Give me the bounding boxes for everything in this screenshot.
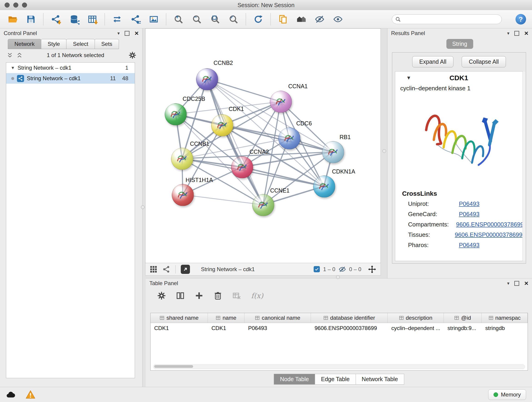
save-session-button[interactable]: [25, 13, 37, 26]
crosslink-value-link[interactable]: P06493: [459, 242, 480, 249]
network-node-hist1h1a[interactable]: [172, 184, 194, 206]
column-header-namespac[interactable]: namespac: [481, 313, 528, 323]
vertical-splitter-handle[interactable]: [382, 149, 386, 153]
tab-network-table[interactable]: Network Table: [355, 374, 404, 385]
hidden-eye-icon[interactable]: [339, 266, 346, 273]
help-button[interactable]: ?: [515, 14, 526, 25]
crosslink-value-link[interactable]: 9606.ENSP00000378699: [455, 231, 522, 238]
tab-node-table[interactable]: Node Table: [274, 374, 315, 385]
column-header-database-identifier[interactable]: database identifier: [311, 313, 388, 323]
collapse-all-icon[interactable]: [7, 52, 13, 58]
vertical-splitter-handle[interactable]: [141, 205, 145, 209]
pan-crosshair-icon[interactable]: [368, 265, 376, 274]
zoom-out-button[interactable]: −: [191, 13, 203, 26]
tab-sets[interactable]: Sets: [95, 39, 119, 49]
export-network-button[interactable]: [129, 13, 142, 26]
network-node-cdkn1a[interactable]: [313, 176, 335, 198]
table-horizontal-scrollbar[interactable]: [153, 364, 525, 369]
show-columns-icon[interactable]: [176, 291, 185, 300]
table-row[interactable]: CDK1CDK1P064939606.ENSP00000378699cyclin…: [151, 323, 528, 333]
zoom-fit-button[interactable]: [209, 13, 221, 26]
network-edge[interactable]: [207, 79, 280, 102]
network-node-ccne1[interactable]: [252, 194, 274, 216]
panel-close-icon[interactable]: ×: [134, 31, 139, 36]
panel-close-icon[interactable]: ×: [524, 281, 528, 286]
crosslink-value-link[interactable]: P06493: [459, 200, 480, 207]
tab-network[interactable]: Network: [8, 39, 41, 49]
search-input[interactable]: [403, 16, 498, 22]
selected-checkbox-icon[interactable]: [314, 266, 320, 272]
protein-description: cyclin–dependent kinase 1: [395, 84, 522, 93]
window-close-button[interactable]: [5, 2, 10, 7]
crosslink-value-link[interactable]: 9606.ENSP00000378699: [456, 221, 523, 228]
zoom-in-button[interactable]: +: [172, 13, 185, 26]
hide-selected-button[interactable]: [313, 13, 326, 26]
refresh-view-button[interactable]: [252, 13, 264, 26]
birds-eye-view-icon[interactable]: [150, 265, 157, 273]
show-all-button[interactable]: [332, 13, 344, 26]
column-header--id[interactable]: @id: [444, 313, 481, 323]
function-builder-icon[interactable]: f(x): [251, 292, 263, 300]
import-table-button[interactable]: [86, 13, 99, 26]
network-row-selected[interactable]: String Network – cdk1 11 48: [6, 73, 135, 84]
network-node-cdc25b[interactable]: [165, 103, 187, 125]
panel-float-icon[interactable]: [514, 31, 519, 36]
crosslink-value-link[interactable]: P06493: [459, 211, 480, 218]
panel-float-icon[interactable]: [125, 31, 129, 36]
results-scrollbar[interactable]: [522, 72, 525, 261]
collapse-caret-icon[interactable]: ▼: [406, 75, 411, 81]
collapse-all-button[interactable]: Collapse All: [462, 56, 506, 67]
node-label-ccne1: CCNE1: [270, 187, 290, 194]
import-network-database-button[interactable]: [68, 13, 80, 26]
undo-redo-icon[interactable]: [111, 13, 123, 26]
panel-menu-icon[interactable]: ▾: [117, 31, 120, 36]
tree-caret-icon[interactable]: ▼: [11, 65, 15, 70]
network-node-ccnb2[interactable]: [196, 68, 218, 90]
window-minimize-button[interactable]: [13, 2, 18, 7]
column-header-shared-name[interactable]: shared name: [151, 313, 208, 323]
network-node-ccna2[interactable]: [231, 156, 253, 178]
delete-column-icon[interactable]: [214, 291, 222, 300]
expand-all-icon[interactable]: [17, 52, 22, 58]
network-edge[interactable]: [207, 79, 263, 205]
clone-network-button[interactable]: [277, 13, 289, 26]
cloud-icon[interactable]: [6, 390, 16, 400]
zoom-selected-button[interactable]: ✓: [227, 13, 240, 26]
export-image-button[interactable]: [147, 13, 160, 26]
tab-style[interactable]: Style: [41, 39, 66, 49]
gear-icon[interactable]: [128, 51, 136, 59]
memory-button[interactable]: Memory: [488, 389, 526, 400]
network-overview-icon[interactable]: [162, 265, 170, 273]
network-edge[interactable]: [183, 195, 263, 205]
expand-all-button[interactable]: Expand All: [412, 56, 453, 67]
panel-close-icon[interactable]: ×: [524, 31, 528, 36]
add-column-icon[interactable]: [195, 291, 203, 300]
table-settings-gear-icon[interactable]: [157, 291, 166, 300]
import-network-file-button[interactable]: [50, 13, 62, 26]
column-header-canonical-name[interactable]: canonical name: [244, 313, 311, 323]
panel-menu-icon[interactable]: ▾: [507, 31, 509, 36]
network-node-ccna1[interactable]: [270, 91, 292, 113]
network-view-toolbar: String Network – cdk1 1 – 0 0 – 0: [145, 263, 381, 275]
crosslink-label: Uniprot:: [408, 200, 452, 207]
window-zoom-button[interactable]: [22, 2, 27, 7]
tab-edge-table[interactable]: Edge Table: [315, 374, 356, 385]
network-node-cdc6[interactable]: [278, 128, 300, 149]
column-header-name[interactable]: name: [208, 313, 244, 323]
houses-icon[interactable]: [295, 13, 307, 26]
tab-string[interactable]: String: [446, 39, 473, 49]
network-node-rb1[interactable]: [322, 141, 344, 163]
network-collection-row[interactable]: ▼ String Network – cdk1 1: [6, 63, 135, 73]
protein-card-header[interactable]: ▼ CDK1: [395, 71, 522, 84]
warning-icon[interactable]: [26, 390, 35, 400]
open-session-button[interactable]: [6, 13, 19, 26]
panel-menu-icon[interactable]: ▾: [507, 281, 509, 286]
panel-float-icon[interactable]: [514, 281, 519, 286]
network-canvas[interactable]: CCNB2CCNA1CDC25BCDK1CDC6RB1CCNB1CCNA2CDK…: [145, 28, 381, 263]
network-node-ccnb1[interactable]: [171, 148, 193, 170]
column-header-description[interactable]: description: [388, 313, 444, 323]
tab-select[interactable]: Select: [66, 39, 95, 49]
export-view-button[interactable]: [181, 265, 190, 274]
horizontal-splitter-handle[interactable]: [336, 275, 340, 279]
network-node-cdk1[interactable]: [211, 114, 233, 136]
